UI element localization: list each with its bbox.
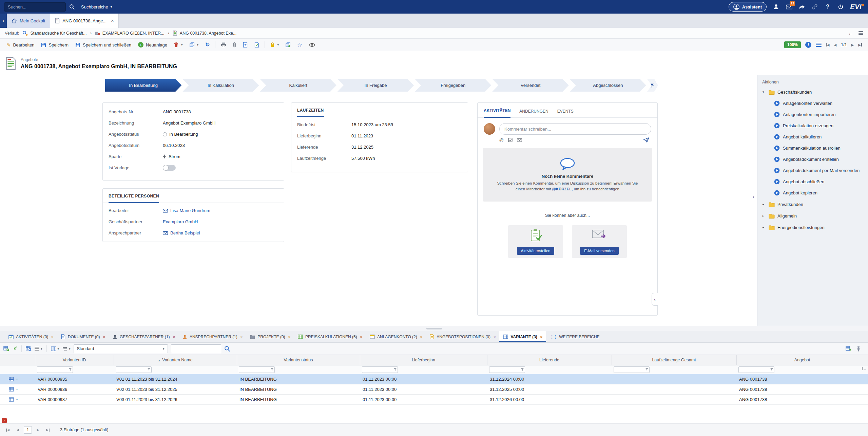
copy-button[interactable]: ▾ bbox=[187, 40, 202, 50]
action-group-geschaeftskunden[interactable]: ▾ Geschäftskunden bbox=[757, 86, 868, 98]
user-icon[interactable] bbox=[773, 3, 779, 10]
column-header-angebot[interactable]: Angebot bbox=[736, 355, 868, 365]
grid-pin-icon[interactable] bbox=[856, 346, 861, 352]
region-tab-geschaeftspartner[interactable]: GESCHÄFTSPARTNER (1) × bbox=[109, 331, 179, 342]
sidebar-collapse-icon[interactable]: › bbox=[753, 194, 754, 199]
report-button[interactable] bbox=[251, 40, 262, 50]
row-menu-icon[interactable]: ▾ bbox=[16, 398, 18, 401]
view-select[interactable]: Standard ▾ bbox=[74, 344, 168, 353]
assistant-button[interactable]: Assistent bbox=[729, 2, 767, 12]
pin-column-icon[interactable]: ← bbox=[862, 366, 867, 371]
export-document-button[interactable] bbox=[240, 40, 251, 50]
close-icon[interactable]: × bbox=[360, 335, 362, 339]
row-menu-icon[interactable]: ▾ bbox=[16, 378, 18, 381]
ansprechpartner-link[interactable]: Bertha Beispiel bbox=[170, 230, 200, 235]
history-item-search[interactable]: Standardsuche für Geschäft... bbox=[22, 31, 86, 36]
tab-mein-cockpit[interactable]: Mein Cockpit bbox=[7, 14, 50, 28]
first-page-icon[interactable]: ◀ bbox=[4, 426, 12, 434]
action-preiskalkulation-erzeugen[interactable]: Preiskalkulation erzeugen bbox=[757, 120, 868, 131]
action-group-privatkunden[interactable]: ▸ Privatkunden bbox=[757, 198, 868, 210]
action-anlagenkonten-importieren[interactable]: Anlagenkonten importieren bbox=[757, 109, 868, 120]
table-row[interactable]: ▾ VAR 00000936 V02 01.11.2023 bis 31.12.… bbox=[0, 384, 868, 394]
region-tab-aktivitaeten[interactable]: AKTIVITÄTEN (0) × bbox=[5, 331, 57, 342]
info-icon[interactable]: i bbox=[805, 42, 811, 48]
status-step-freigegeben[interactable]: Freigegeben bbox=[415, 79, 491, 92]
close-icon[interactable]: × bbox=[288, 335, 290, 339]
error-indicator[interactable]: × bbox=[2, 418, 7, 423]
row-menu-icon[interactable]: ▾ bbox=[16, 388, 18, 391]
region-tab-anlagenkonto[interactable]: ANLAGENKONTO (2) × bbox=[366, 331, 426, 342]
delete-button[interactable]: ▾ bbox=[171, 40, 186, 50]
previous-record-icon[interactable]: ◀ bbox=[834, 43, 837, 47]
favorite-button[interactable]: ☆ bbox=[294, 40, 305, 50]
region-tab-preiskalkulationen[interactable]: PREISKALKULATIONEN (6) × bbox=[294, 331, 366, 342]
table-row[interactable]: ▾ VAR 00000935 V01 01.11.2023 bis 31.12.… bbox=[0, 374, 868, 384]
column-header-lieferende[interactable]: Lieferende bbox=[487, 355, 612, 365]
row-edit-icon[interactable] bbox=[9, 377, 14, 381]
sidebar-expander[interactable]: › bbox=[0, 14, 7, 28]
tab-aktivitaeten[interactable]: AKTIVITÄTEN bbox=[484, 108, 510, 118]
attachment-button[interactable] bbox=[230, 40, 239, 50]
columns-icon[interactable]: ▾ bbox=[51, 346, 59, 351]
close-icon[interactable]: × bbox=[111, 18, 114, 23]
action-group-allgemein[interactable]: ▸ Allgemein bbox=[757, 210, 868, 222]
collapse-panel-handle[interactable]: ‹ bbox=[652, 293, 658, 306]
close-icon[interactable]: × bbox=[103, 335, 105, 339]
history-menu-icon[interactable] bbox=[859, 31, 863, 35]
region-tab-weitere-bereiche[interactable]: ⋮⋮ WEITERE BEREICHE bbox=[546, 331, 603, 342]
print-button[interactable] bbox=[218, 40, 229, 50]
close-icon[interactable]: × bbox=[240, 335, 243, 339]
ist-vorlage-toggle[interactable] bbox=[163, 165, 176, 171]
close-icon[interactable]: × bbox=[420, 335, 422, 339]
refresh-button[interactable]: ↻ bbox=[202, 40, 213, 50]
current-page[interactable]: 1 bbox=[24, 426, 32, 434]
previous-page-icon[interactable]: ◀ bbox=[14, 426, 21, 434]
action-summenkalkulation-ausrollen[interactable]: Summenkalkulation ausrollen bbox=[757, 143, 868, 154]
filter-lieferbeginn[interactable] bbox=[362, 366, 398, 373]
close-icon[interactable]: × bbox=[51, 335, 53, 339]
search-icon[interactable] bbox=[69, 4, 75, 10]
menu-icon[interactable] bbox=[816, 43, 822, 47]
status-step-abgeschlossen[interactable]: Abgeschlossen bbox=[570, 79, 646, 92]
action-angebot-kopieren[interactable]: Angebot kopieren bbox=[757, 187, 868, 198]
region-tab-dokumente[interactable]: DOKUMENTE (0) × bbox=[57, 331, 109, 342]
first-record-icon[interactable]: ◀ bbox=[826, 43, 830, 47]
column-header-varianten-name[interactable]: ▲Varianten Name bbox=[114, 355, 237, 365]
last-page-icon[interactable]: ▶ bbox=[44, 426, 52, 434]
column-header-lieferbeginn[interactable]: Lieferbeginn bbox=[360, 355, 487, 365]
mail-icon[interactable] bbox=[517, 138, 522, 142]
close-icon[interactable]: × bbox=[494, 335, 496, 339]
mail-icon[interactable] bbox=[163, 209, 168, 213]
region-tab-ansprechpartner[interactable]: ANSPRECHPARTNER (1) × bbox=[179, 331, 246, 342]
mail-icon[interactable] bbox=[163, 231, 168, 235]
new-button[interactable]: + Neuanlage bbox=[135, 40, 170, 50]
filter-laufzeitmenge[interactable] bbox=[614, 366, 650, 373]
history-back-icon[interactable]: ← bbox=[848, 30, 853, 36]
region-tab-variante[interactable]: VARIANTE (3) × bbox=[499, 331, 546, 342]
send-email-button[interactable]: E-Mail versenden bbox=[580, 247, 618, 255]
table-row[interactable]: ▾ VAR 00000937 V03 01.11.2023 bis 31.12.… bbox=[0, 394, 868, 404]
last-record-icon[interactable]: ▶ bbox=[858, 43, 862, 47]
action-angebotsdokument-per-mail-versenden[interactable]: Angebotsdokument per Mail versenden bbox=[757, 165, 868, 176]
task-icon[interactable] bbox=[508, 138, 513, 142]
horizontal-splitter[interactable] bbox=[0, 326, 868, 331]
region-tab-angebotspositionen[interactable]: ANGEBOTSPOSITIONEN (0) × bbox=[426, 331, 499, 342]
grid-export-icon[interactable] bbox=[846, 346, 851, 351]
bearbeiter-link[interactable]: Lisa Marie Gundrum bbox=[170, 208, 210, 213]
status-step-in-freigabe[interactable]: In Freigabe bbox=[337, 79, 414, 92]
history-item-angebot[interactable]: ANG 0001738, Angebot Exe... bbox=[173, 31, 236, 36]
close-icon[interactable]: × bbox=[540, 335, 542, 339]
grid-search-icon[interactable] bbox=[224, 346, 230, 352]
next-page-icon[interactable]: ▶ bbox=[34, 426, 42, 434]
grid-filter-input[interactable] bbox=[171, 344, 221, 353]
close-icon[interactable]: × bbox=[173, 335, 175, 339]
logout-icon[interactable] bbox=[837, 3, 844, 10]
tab-events[interactable]: EVENTS bbox=[557, 109, 574, 117]
action-anlagenkonten-verwalten[interactable]: Anlagenkonten verwalten bbox=[757, 98, 868, 109]
comment-input[interactable] bbox=[499, 123, 651, 135]
duplicate-button[interactable] bbox=[283, 40, 293, 50]
row-edit-icon[interactable] bbox=[9, 397, 14, 402]
filter-varianten-id[interactable] bbox=[37, 366, 73, 373]
filter-varianten-name[interactable] bbox=[116, 366, 152, 373]
preview-button[interactable] bbox=[306, 40, 318, 50]
